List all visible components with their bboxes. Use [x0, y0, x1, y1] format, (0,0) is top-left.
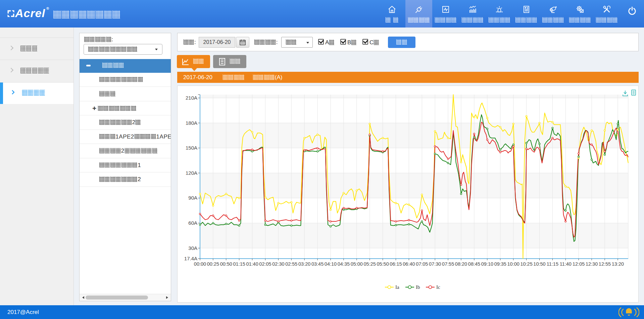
svg-text:60A: 60A — [188, 220, 197, 226]
svg-text:09:35: 09:35 — [494, 261, 506, 267]
svg-text:07:05: 07:05 — [416, 261, 428, 267]
svg-text:05:50: 05:50 — [377, 261, 389, 267]
svg-text:12:55: 12:55 — [599, 261, 611, 267]
svg-text:11:40: 11:40 — [560, 261, 572, 267]
svg-text:00:00: 00:00 — [194, 261, 206, 267]
svg-text:03:45: 03:45 — [311, 261, 324, 267]
svg-text:07:55: 07:55 — [442, 261, 454, 267]
svg-text:08:20: 08:20 — [455, 261, 467, 267]
svg-text:02:05: 02:05 — [259, 261, 271, 267]
svg-text:03:20: 03:20 — [298, 261, 310, 267]
svg-text:10:50: 10:50 — [533, 261, 545, 267]
svg-text:180A: 180A — [186, 120, 197, 126]
svg-text:04:10: 04:10 — [325, 261, 337, 267]
svg-text:06:15: 06:15 — [390, 261, 402, 267]
svg-text:210A: 210A — [186, 95, 197, 101]
svg-text:Ib: Ib — [416, 284, 420, 290]
svg-text:07:30: 07:30 — [429, 261, 441, 267]
svg-text:10:25: 10:25 — [520, 261, 532, 267]
svg-text:30A: 30A — [188, 245, 197, 251]
svg-text:01:40: 01:40 — [246, 261, 258, 267]
svg-text:02:30: 02:30 — [272, 261, 284, 267]
svg-text:10:00: 10:00 — [507, 261, 519, 267]
svg-text:Ia: Ia — [395, 284, 399, 290]
svg-text:02:55: 02:55 — [285, 261, 297, 267]
svg-text:90A: 90A — [188, 195, 197, 201]
svg-text:00:50: 00:50 — [220, 261, 232, 267]
svg-text:12:30: 12:30 — [586, 261, 598, 267]
svg-text:00:25: 00:25 — [207, 261, 219, 267]
svg-text:08:45: 08:45 — [468, 261, 480, 267]
svg-text:06:40: 06:40 — [403, 261, 415, 267]
svg-text:05:00: 05:00 — [351, 261, 363, 267]
svg-text:13:20: 13:20 — [612, 261, 624, 267]
svg-text:150A: 150A — [186, 145, 197, 151]
svg-text:17.4A: 17.4A — [184, 256, 197, 261]
svg-text:11:15: 11:15 — [547, 261, 558, 267]
svg-text:01:15: 01:15 — [233, 261, 245, 267]
svg-text:Ic: Ic — [436, 284, 440, 290]
svg-text:05:25: 05:25 — [364, 261, 376, 267]
svg-text:04:35: 04:35 — [338, 261, 350, 267]
svg-text:09:10: 09:10 — [481, 261, 493, 267]
svg-text:12:05: 12:05 — [573, 261, 585, 267]
svg-text:120A: 120A — [186, 170, 197, 176]
